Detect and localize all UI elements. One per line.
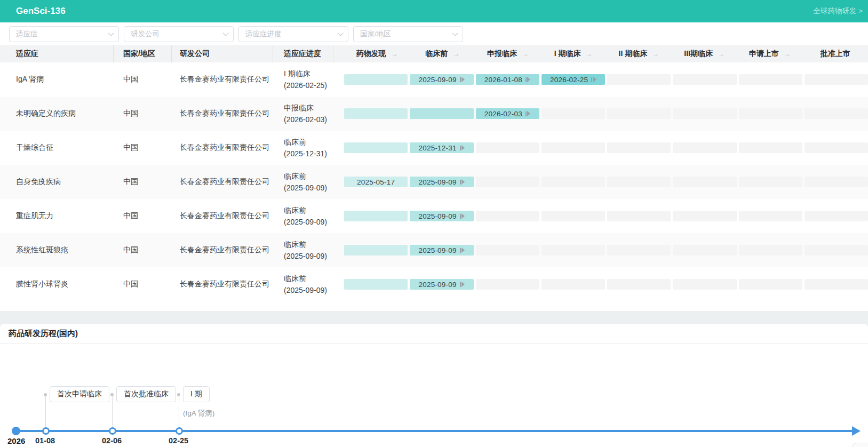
progress-cell: 临床前(2025-12-31): [273, 136, 333, 159]
milestone-label[interactable]: 首次申请临床: [50, 386, 109, 402]
stage-bar-5: [607, 211, 671, 221]
progress-cell: 申报临床(2026-02-03): [273, 102, 333, 125]
stage-bar-4: [541, 211, 605, 221]
stage-bar-8: [805, 74, 868, 85]
stage-date: 2025-09-09: [419, 76, 457, 84]
stage-arrow-icon: →: [784, 50, 791, 58]
stage-bar-4: [541, 177, 605, 187]
company-cell: 长春金赛药业有限责任公司: [172, 280, 273, 289]
timeline-arrow-icon: [852, 426, 861, 436]
milestone-stem: [179, 396, 179, 428]
stage-date: 2025-09-09: [419, 246, 457, 254]
table-header: 适应症 国家/地区 研发公司 适应症进度 药物发现→临床前→申报临床→I 期临床…: [0, 45, 868, 62]
progress-cell: 临床前(2025-09-09): [273, 204, 333, 228]
stage-bar-5: [607, 74, 671, 85]
stage-date: 2025-09-09: [419, 212, 457, 220]
stage-arrow-icon: →: [453, 50, 459, 58]
indication-filter[interactable]: 适应症: [9, 26, 119, 42]
stage-bar-7: [739, 74, 802, 85]
indication-cell: 干燥综合征: [0, 143, 114, 153]
table-body: IgA 肾病中国长春金赛药业有限责任公司I 期临床(2026-02-25)202…: [0, 62, 868, 301]
table-row: 系统性红斑狼疮中国长春金赛药业有限责任公司临床前(2025-09-09)2025…: [0, 233, 868, 267]
stage-bar-4: [541, 108, 605, 119]
milestone-date: 02-06: [102, 436, 122, 445]
app-header: GenSci-136 全球药物研发 >: [0, 0, 868, 22]
progress-cell: 临床前(2025-09-09): [273, 238, 333, 262]
milestone-stem-dot: [177, 393, 180, 396]
stage-bar-2[interactable]: 2025-09-09: [410, 279, 473, 290]
stage-date: 2026-01-08: [484, 76, 522, 84]
milestone-date: 02-25: [169, 436, 188, 445]
stage-bar-3: [476, 279, 539, 290]
chevron-down-icon: [452, 30, 458, 36]
stage-bar-1[interactable]: 2025-05-17: [344, 177, 408, 187]
milestone-node[interactable]: [176, 427, 183, 435]
region-filter-placeholder: 国家/地区: [360, 29, 391, 39]
stage-arrow-icon: →: [391, 50, 397, 58]
indication-cell: 系统性红斑狼疮: [0, 245, 114, 255]
stage-bar-3[interactable]: 2026-02-03: [476, 108, 539, 119]
stage-arrow-icon: →: [652, 50, 659, 58]
stage-bar-2[interactable]: 2025-09-09: [410, 245, 473, 256]
global-rd-link[interactable]: 全球药物研发 >: [813, 6, 863, 16]
stage-arrow-icon: →: [522, 50, 529, 58]
col-header-company: 研发公司: [172, 45, 273, 62]
progress-cell: 临床前(2025-09-09): [273, 170, 333, 194]
region-cell: 中国: [114, 211, 172, 221]
stage-date: 2026-02-25: [550, 76, 588, 84]
region-filter[interactable]: 国家/地区: [353, 26, 463, 42]
floating-button-partial[interactable]: [852, 443, 868, 447]
milestone-sublabel: (IgA 肾病): [183, 409, 214, 418]
chevron-down-icon: [108, 30, 114, 36]
stage-bar-2[interactable]: 2025-12-31: [410, 142, 473, 153]
stage-bar-1: [344, 279, 408, 290]
stage-bar-7: [739, 211, 802, 221]
step-forward-icon: [460, 282, 465, 287]
indication-cell: IgA 肾病: [0, 75, 114, 84]
stage-bar-2[interactable]: 2025-09-09: [410, 74, 473, 85]
region-cell: 中国: [114, 143, 172, 153]
progress-cell: I 期临床(2026-02-25): [273, 68, 333, 91]
company-cell: 长春金赛药业有限责任公司: [172, 109, 273, 118]
progress-filter[interactable]: 适应症进度: [238, 26, 348, 42]
stage-bar-5: [607, 279, 671, 290]
milestone-node[interactable]: [109, 427, 116, 435]
stage-bar-1: [344, 245, 408, 256]
step-forward-icon: [460, 248, 465, 253]
stage-bar-7: [739, 142, 802, 153]
milestone-node[interactable]: [42, 427, 50, 435]
stage-date: 2025-09-09: [419, 178, 457, 186]
milestone-stem: [45, 396, 46, 428]
stage-bar-5: [607, 177, 671, 187]
stage-col-header: 批准上市: [802, 45, 868, 62]
milestone-label[interactable]: I 期: [183, 386, 210, 402]
table-row: 膜性肾小球肾炎中国长春金赛药业有限责任公司临床前(2025-09-09)2025…: [0, 267, 868, 301]
step-forward-icon: [460, 213, 465, 219]
region-cell: 中国: [114, 280, 172, 289]
company-cell: 长春金赛药业有限责任公司: [172, 143, 273, 153]
stage-bar-5: [607, 108, 671, 119]
milestone-stem-dot: [110, 393, 114, 396]
company-filter[interactable]: 研发公司: [124, 26, 234, 42]
stage-bar-3[interactable]: 2026-01-08: [476, 74, 539, 85]
stage-date: 2025-09-09: [419, 281, 457, 289]
step-forward-icon: [460, 77, 465, 82]
milestone-label[interactable]: 首次批准临床: [116, 386, 176, 402]
stage-bar-4[interactable]: 2026-02-25: [541, 74, 605, 85]
stage-date: 2025-05-17: [357, 178, 395, 186]
stage-bar-8: [805, 279, 868, 290]
timeline-year-label: 2026: [7, 436, 25, 445]
pipeline-card: 适应症 研发公司 适应症进度 国家/地区 适应症 国家/地区 研发公司 适应症进…: [0, 22, 868, 311]
stage-bar-2[interactable]: 2025-09-09: [410, 177, 473, 187]
region-cell: 中国: [114, 109, 172, 118]
stage-bar-5: [607, 245, 671, 256]
stage-bar-1: [344, 74, 408, 85]
stage-bar-2[interactable]: 2025-09-09: [410, 211, 473, 221]
milestone-stem: [112, 396, 113, 428]
stage-bar-8: [805, 211, 868, 221]
stage-bar-2: [410, 108, 473, 119]
table-row: 重症肌无力中国长春金赛药业有限责任公司临床前(2025-09-09)2025-0…: [0, 199, 868, 233]
stage-bar-8: [805, 245, 868, 256]
company-cell: 长春金赛药业有限责任公司: [172, 177, 273, 187]
company-cell: 长春金赛药业有限责任公司: [172, 245, 273, 255]
